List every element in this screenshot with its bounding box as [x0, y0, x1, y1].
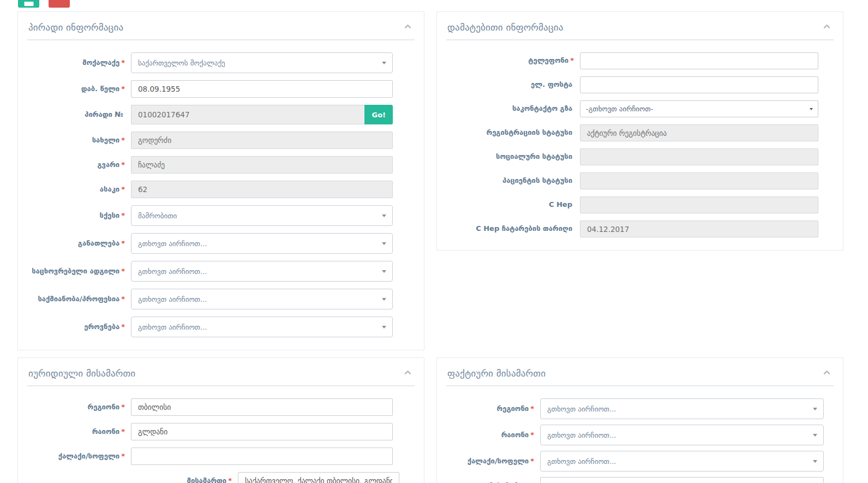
- gender-select[interactable]: მამრობითი: [131, 205, 393, 226]
- go-button[interactable]: Go!: [364, 105, 393, 124]
- field-row-contact-method: საკონტაქტო გზა -გთხოვთ აირჩიოთ-: [446, 100, 834, 117]
- required-asterisk: *: [530, 431, 534, 439]
- field-label: რეგიონი: [497, 404, 529, 413]
- selected-value: გთხოვთ აირჩიოთ...: [138, 323, 207, 331]
- chevron-up-icon: [823, 24, 830, 31]
- field-row-occupation: საქმიანობა/პროფესია* გთხოვთ აირჩიოთ...: [27, 289, 415, 309]
- field-row-legal-city: ქალაქი/სოფელი*: [27, 448, 415, 465]
- panel-header: იურიდიული მისამართი: [27, 363, 415, 386]
- field-label: სქესი: [100, 211, 120, 219]
- field-row-phone: ტელეფონი*: [446, 52, 834, 69]
- lastname-input[interactable]: [131, 156, 393, 174]
- selected-value: გთხოვთ აირჩიოთ...: [138, 267, 207, 276]
- chep-date-input: [580, 220, 818, 237]
- field-label: C Hep ჩატარების თარიღი: [476, 224, 572, 232]
- field-label: რეგიონი: [88, 403, 120, 411]
- field-row-chep-date: C Hep ჩატარების თარიღი: [446, 220, 834, 237]
- chevron-down-icon: [382, 326, 386, 329]
- selected-value: საქართველოს მოქალაქე: [138, 59, 225, 67]
- selected-value: გთხოვთ აირჩიოთ...: [547, 431, 616, 439]
- actual-district-select[interactable]: გთხოვთ აირჩიოთ...: [540, 425, 824, 445]
- field-label: ეროვნება: [84, 323, 119, 331]
- nationality-select[interactable]: გთხოვთ აირჩიოთ...: [131, 317, 393, 337]
- save-button[interactable]: [18, 0, 39, 8]
- collapse-button[interactable]: [402, 369, 414, 378]
- chevron-down-icon: [813, 408, 817, 410]
- required-asterisk: *: [121, 160, 125, 169]
- collapse-button[interactable]: [821, 23, 833, 32]
- education-select[interactable]: გთხოვთ აირჩიოთ...: [131, 233, 393, 254]
- field-row-social-status: სოციალური სტატუსი: [446, 148, 834, 165]
- occupation-select[interactable]: გთხოვთ აირჩიოთ...: [131, 289, 393, 309]
- field-label: საქმიანობა/პროფესია: [38, 295, 119, 303]
- field-label: სახელი: [92, 136, 119, 144]
- chevron-down-icon: [382, 270, 386, 273]
- panel-title: იურიდიული მისამართი: [28, 368, 135, 379]
- panel-header: ფაქტიური მისამართი: [446, 363, 834, 386]
- field-label: პირადი №: [85, 110, 123, 118]
- residence-select[interactable]: გთხოვთ აირჩიოთ...: [131, 261, 393, 282]
- actual-region-select[interactable]: გთხოვთ აირჩიოთ...: [540, 398, 824, 419]
- legal-region-input[interactable]: [131, 398, 393, 416]
- field-row-patient-status: პაციენტის სტატუსი: [446, 172, 834, 189]
- chevron-down-icon: [810, 108, 813, 110]
- field-label: ელ. ფოსტა: [531, 80, 572, 88]
- personal-number-input[interactable]: [131, 105, 364, 124]
- phone-input[interactable]: [580, 52, 818, 69]
- field-row-residence: საცხოვრებელი ადგილი* გთხოვთ აირჩიოთ...: [27, 261, 415, 282]
- panel-title: დამატებითი ინფორმაცია: [447, 22, 564, 33]
- field-row-chep: C Hep: [446, 196, 834, 213]
- required-asterisk: *: [121, 211, 125, 219]
- collapse-button[interactable]: [821, 369, 833, 378]
- required-asterisk: *: [121, 85, 125, 93]
- field-row-actual-region: რეგიონი* გთხოვთ აირჩიოთ...: [446, 398, 834, 419]
- field-label: მოქალაქე: [82, 58, 119, 67]
- birthdate-input[interactable]: [131, 80, 393, 98]
- collapse-button[interactable]: [402, 23, 414, 32]
- field-label: რაიონი: [501, 431, 529, 439]
- field-label: სოციალური სტატუსი: [496, 152, 572, 160]
- field-row-firstname: სახელი*: [27, 132, 415, 149]
- required-asterisk: *: [121, 58, 125, 67]
- chevron-up-icon: [823, 370, 830, 377]
- selected-value: მამრობითი: [138, 212, 177, 220]
- field-label: ქალაქი/სოფელი: [468, 457, 529, 465]
- citizenship-select[interactable]: საქართველოს მოქალაქე: [131, 52, 393, 73]
- email-input[interactable]: [580, 76, 818, 93]
- required-asterisk: *: [121, 323, 125, 331]
- actual-city-select[interactable]: გთხოვთ აირჩიოთ...: [540, 451, 824, 472]
- required-asterisk: *: [121, 185, 125, 193]
- selected-value: -გთხოვთ აირჩიოთ-: [586, 105, 653, 113]
- delete-button[interactable]: [49, 0, 70, 8]
- actual-address-input[interactable]: [540, 477, 824, 483]
- field-row-registration-status: რეგისტრაციის სტატუსი: [446, 124, 834, 141]
- field-label: პაციენტის სტატუსი: [502, 176, 572, 184]
- field-label: რაიონი: [92, 427, 120, 436]
- chevron-down-icon: [382, 242, 386, 245]
- chevron-up-icon: [404, 370, 411, 377]
- chevron-down-icon: [382, 298, 386, 301]
- selected-value: გთხოვთ აირჩიოთ...: [138, 240, 207, 248]
- legal-city-input[interactable]: [131, 448, 393, 465]
- legal-address-input[interactable]: [238, 472, 399, 483]
- firstname-input[interactable]: [131, 132, 393, 149]
- toolbar: [0, 0, 868, 9]
- selected-value: გთხოვთ აირჩიოთ...: [547, 457, 616, 466]
- field-row-actual-address: მისამართი*: [446, 477, 834, 483]
- field-label: ქალაქი/სოფელი: [58, 452, 120, 460]
- required-asterisk: *: [121, 239, 125, 247]
- field-row-actual-city: ქალაქი/სოფელი* გთხოვთ აირჩიოთ...: [446, 451, 834, 472]
- field-row-legal-address: მისამართი*: [27, 472, 415, 483]
- contact-method-select[interactable]: -გთხოვთ აირჩიოთ-: [580, 100, 818, 117]
- legal-district-input[interactable]: [131, 423, 393, 440]
- chevron-down-icon: [813, 434, 817, 437]
- required-asterisk: *: [121, 267, 125, 275]
- field-row-email: ელ. ფოსტა: [446, 76, 834, 93]
- chevron-down-icon: [382, 214, 386, 217]
- age-input[interactable]: [131, 181, 393, 198]
- panel-actual-address: ფაქტიური მისამართი რეგიონი* გთხოვთ აირჩი…: [436, 357, 843, 483]
- required-asterisk: *: [570, 56, 574, 64]
- field-row-age: ასაკი*: [27, 181, 415, 198]
- field-row-lastname: გვარი*: [27, 156, 415, 174]
- field-row-nationality: ეროვნება* გთხოვთ აირჩიოთ...: [27, 317, 415, 337]
